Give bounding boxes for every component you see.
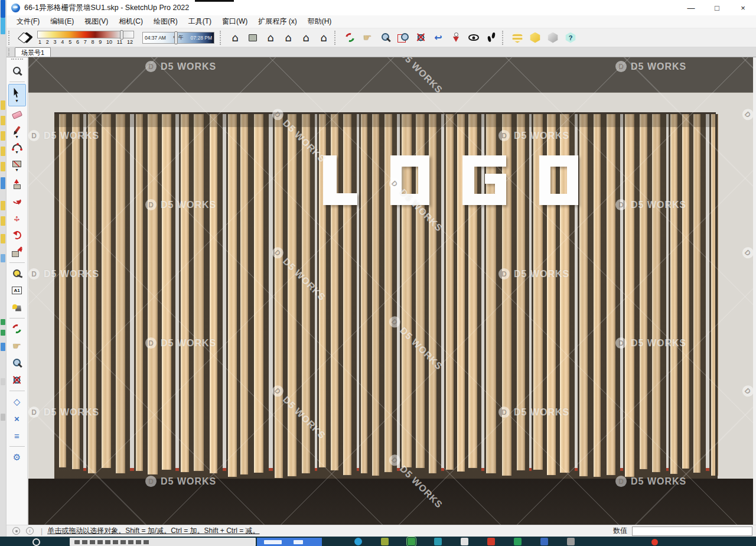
plugin-cleanup-tool[interactable]: × <box>8 410 26 427</box>
menu-item-6[interactable]: 工具(T) <box>183 15 217 28</box>
background-strip-block <box>1 147 5 156</box>
monochrome-style-button[interactable] <box>545 30 561 46</box>
screen: 66-1异形格栅背景墙SU1.skp - SketchUp Pro 2022 —… <box>0 0 756 546</box>
orbit-button[interactable] <box>341 30 358 46</box>
taskbar-app-white[interactable] <box>461 538 468 545</box>
plugin-component-tool[interactable]: ◇ <box>8 393 26 410</box>
scale-tool[interactable] <box>8 243 26 261</box>
taskbar-app-teal[interactable] <box>434 538 442 545</box>
close-button[interactable]: × <box>730 0 756 15</box>
select-tool-dropdown[interactable]: ▼ <box>15 99 19 103</box>
orbit-tool[interactable] <box>8 320 26 337</box>
status-hint: 单击或拖动以选择对象。Shift = 加/减。Ctrl = 加。Shift + … <box>47 526 259 536</box>
textured-style-button[interactable] <box>509 30 526 46</box>
date-slider-handle[interactable] <box>120 30 123 40</box>
menu-item-5[interactable]: 绘图(R) <box>148 15 183 28</box>
minimize-button[interactable]: — <box>678 0 704 15</box>
menu-item-1[interactable]: 文件(F) <box>11 15 45 28</box>
walk-button[interactable] <box>483 30 500 46</box>
zoom-window-button[interactable] <box>395 30 411 46</box>
select-tool[interactable]: ▼ <box>8 84 26 106</box>
tape-measure-icon <box>13 269 21 277</box>
position-camera-button[interactable] <box>448 30 464 46</box>
time-slider-handle[interactable] <box>174 31 178 44</box>
shaded-style-button[interactable] <box>527 30 543 46</box>
plugin-settings-tool[interactable]: ⚙ <box>8 448 26 466</box>
left-view-button[interactable]: ⌂ <box>315 30 332 46</box>
plugin-cleanup-icon: × <box>14 414 19 424</box>
menu-item-2[interactable]: 编辑(E) <box>45 15 79 28</box>
iso-view-button[interactable]: ⌂ <box>227 30 243 46</box>
camera-toolbar: ☛↩ <box>341 30 500 46</box>
menu-item-3[interactable]: 视图(V) <box>79 15 113 28</box>
menu-item-7[interactable]: 窗口(W) <box>217 15 253 28</box>
arc-tool[interactable]: ▼ <box>8 141 26 158</box>
date-slider-track[interactable] <box>37 31 134 38</box>
toolbar-drag-handle[interactable] <box>334 31 338 45</box>
toolbar-drag-handle[interactable] <box>502 31 506 45</box>
palette-drag-handle[interactable] <box>11 58 23 61</box>
scene-tab-1[interactable]: 场景号1 <box>15 47 51 57</box>
zoom-tool[interactable] <box>8 355 26 372</box>
taskbar-app-green-note[interactable] <box>381 538 389 545</box>
right-view-button[interactable]: ⌂ <box>280 30 296 46</box>
taskbar-app-green[interactable] <box>514 538 522 545</box>
shadow-date-slider[interactable]: 123456789101112 <box>37 31 134 45</box>
floor-surface <box>28 479 753 525</box>
taskbar-app-active-green[interactable] <box>408 538 415 545</box>
zoom-previous-tool[interactable] <box>8 63 26 80</box>
zoom-button[interactable] <box>377 30 393 46</box>
viewport-3d[interactable]: DD5 WORKSDD5 WORKSDD5 WORKSDD5 WORKSDD5 … <box>28 57 753 525</box>
look-around-button[interactable] <box>465 30 482 46</box>
tape-measure-tool[interactable] <box>8 265 26 282</box>
rectangle-tool[interactable]: ▼ <box>8 158 26 175</box>
toolbar-drag-handle[interactable] <box>8 31 12 45</box>
maximize-button[interactable]: □ <box>704 0 730 15</box>
arc-tool-dropdown[interactable]: ▼ <box>15 150 19 154</box>
plugin-layers-tool[interactable]: ≡ <box>8 427 26 444</box>
taskbar-search-box[interactable] <box>70 538 256 546</box>
top-view-button[interactable] <box>245 30 261 46</box>
line-tool[interactable]: ▼ <box>8 124 26 141</box>
date-tick-12: 12 <box>127 39 133 45</box>
style-help-button[interactable]: ? <box>562 30 579 46</box>
wood-slat <box>148 114 158 474</box>
menu-item-4[interactable]: 相机(C) <box>113 15 148 28</box>
credits-icon[interactable]: i <box>26 527 34 535</box>
text-tool[interactable]: A1 <box>8 282 26 299</box>
eraser-tool[interactable] <box>8 106 26 124</box>
back-view-button[interactable]: ⌂ <box>298 30 314 46</box>
geolocation-icon[interactable] <box>12 527 20 535</box>
wall-strip <box>130 114 134 471</box>
background-strip-block <box>1 18 5 34</box>
move-tool[interactable]: ↔ <box>8 209 26 226</box>
wood-slat <box>136 114 143 471</box>
rotate-tool[interactable] <box>8 226 26 243</box>
pan-tool[interactable]: ☛ <box>8 337 26 355</box>
taskbar-app-red[interactable] <box>487 538 495 545</box>
toolbar-drag-handle[interactable] <box>220 31 224 45</box>
taskbar-notification-badge[interactable] <box>651 539 658 545</box>
push-pull-tool[interactable] <box>8 175 26 192</box>
plugin-settings-icon: ⚙ <box>13 453 21 462</box>
taskbar-app-blue[interactable] <box>540 538 548 545</box>
pan-button[interactable]: ☛ <box>359 30 376 46</box>
rectangle-tool-dropdown[interactable]: ▼ <box>15 168 19 172</box>
zoom-extents-button[interactable] <box>412 30 429 46</box>
measurement-input[interactable] <box>632 526 752 536</box>
taskbar-search-icon[interactable] <box>32 538 40 546</box>
shadow-toggle-button[interactable] <box>15 30 32 46</box>
shadow-time-slider[interactable]: 04:37 AM 中午 07:28 PM <box>142 32 214 44</box>
scene-bar-handle[interactable] <box>8 48 12 56</box>
front-view-button[interactable]: ⌂ <box>262 30 279 46</box>
taskbar-app-telegram[interactable] <box>354 538 362 545</box>
menu-item-9[interactable]: 帮助(H) <box>302 15 337 28</box>
follow-me-tool[interactable] <box>8 192 26 209</box>
paint-bucket-tool[interactable] <box>8 299 26 316</box>
previous-view-button[interactable]: ↩ <box>430 30 447 46</box>
taskbar-search-button[interactable] <box>257 538 322 546</box>
taskbar-app-gray[interactable] <box>567 538 575 545</box>
zoom-extents-tool[interactable] <box>8 372 26 389</box>
back-view-icon: ⌂ <box>302 32 309 43</box>
menu-item-8[interactable]: 扩展程序 (x) <box>253 15 302 28</box>
